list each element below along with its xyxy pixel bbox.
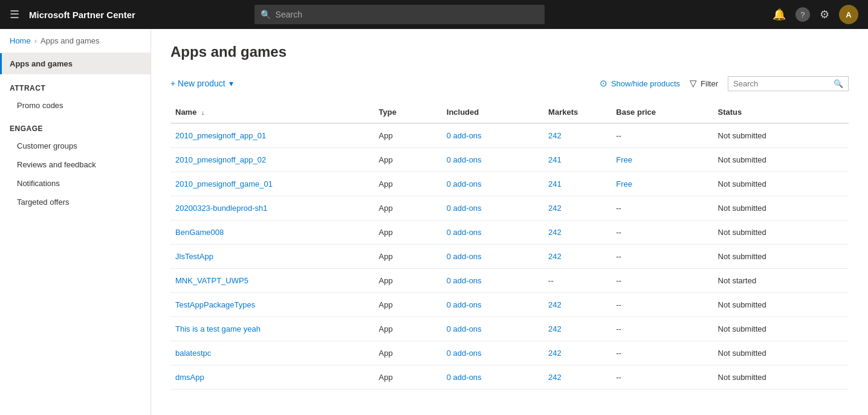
included-link[interactable]: 0 add-ons — [447, 131, 482, 140]
sidebar-item-apps-and-games[interactable]: Apps and games — [0, 53, 151, 74]
cell-type: App — [374, 220, 442, 245]
cell-status: Not submitted — [713, 123, 849, 148]
name-sort-icon: ↓ — [201, 109, 205, 116]
cell-name: 20200323-bundleprod-sh1 — [170, 196, 374, 220]
markets-link[interactable]: 241 — [548, 179, 562, 188]
status-badge: Not submitted — [718, 131, 766, 140]
filter-button[interactable]: ▽ Filter — [690, 78, 718, 89]
product-name-link[interactable]: TestAppPackageTypes — [175, 300, 255, 309]
toolbar-right-group: ⊙ Show/hide products ▽ Filter 🔍 — [600, 76, 849, 91]
markets-link[interactable]: 242 — [548, 324, 562, 333]
product-name-link[interactable]: 2010_pmesignoff_app_02 — [175, 155, 266, 164]
breadcrumb-separator: › — [34, 36, 37, 45]
show-hide-label: Show/hide products — [611, 79, 680, 88]
price-link[interactable]: Free — [616, 179, 632, 188]
table-row: BenGame008 App 0 add-ons 242 -- Not subm… — [170, 220, 849, 245]
markets-link[interactable]: 242 — [548, 252, 562, 261]
user-avatar[interactable]: A — [839, 5, 858, 24]
bell-icon[interactable]: 🔔 — [772, 8, 786, 21]
table-row: 2010_pmesignoff_game_01 App 0 add-ons 24… — [170, 172, 849, 196]
sidebar-item-reviews-feedback[interactable]: Reviews and feedback — [0, 155, 151, 174]
cell-base-price: -- — [611, 220, 713, 245]
cell-included: 0 add-ons — [442, 245, 543, 269]
cell-type: App — [374, 365, 442, 390]
included-link[interactable]: 0 add-ons — [447, 373, 482, 382]
markets-link[interactable]: 241 — [548, 155, 562, 164]
included-link[interactable]: 0 add-ons — [447, 155, 482, 164]
markets-link[interactable]: 242 — [548, 349, 562, 358]
cell-name: 2010_pmesignoff_app_01 — [170, 123, 374, 148]
table-row: TestAppPackageTypes App 0 add-ons 242 --… — [170, 293, 849, 317]
price-value: -- — [616, 373, 621, 382]
new-product-label: + New product — [170, 79, 225, 88]
app-logo: Microsoft Partner Center — [29, 10, 135, 20]
cell-name: 2010_pmesignoff_game_01 — [170, 172, 374, 196]
main-content: Apps and games + New product ▾ ⊙ Show/hi… — [151, 29, 868, 415]
cell-included: 0 add-ons — [442, 293, 543, 317]
product-name-link[interactable]: 2010_pmesignoff_app_01 — [175, 131, 266, 140]
table-row: 2010_pmesignoff_app_02 App 0 add-ons 241… — [170, 148, 849, 172]
breadcrumb-home-link[interactable]: Home — [10, 36, 31, 45]
cell-name: MNK_VATPT_UWP5 — [170, 269, 374, 293]
cell-included: 0 add-ons — [442, 317, 543, 341]
included-link[interactable]: 0 add-ons — [447, 228, 482, 237]
hamburger-menu-button[interactable]: ☰ — [10, 8, 19, 21]
product-search-box[interactable]: 🔍 — [728, 76, 849, 91]
sidebar-item-targeted-offers[interactable]: Targeted offers — [0, 193, 151, 211]
product-name-link[interactable]: BenGame008 — [175, 228, 224, 237]
product-search-input[interactable] — [733, 79, 830, 88]
cell-type: App — [374, 269, 442, 293]
cell-markets: 241 — [543, 148, 611, 172]
markets-link[interactable]: 242 — [548, 131, 562, 140]
product-name-link[interactable]: JlsTestApp — [175, 252, 213, 261]
product-name-link[interactable]: balatestpc — [175, 349, 211, 358]
price-value: -- — [616, 131, 621, 140]
cell-markets: 242 — [543, 220, 611, 245]
status-badge: Not submitted — [718, 252, 766, 261]
col-header-name[interactable]: Name ↓ — [170, 101, 374, 123]
sidebar-item-promo-codes[interactable]: Promo codes — [0, 96, 151, 115]
cell-status: Not submitted — [713, 196, 849, 220]
cell-status: Not submitted — [713, 317, 849, 341]
cell-name: balatestpc — [170, 341, 374, 365]
cell-name: dmsApp — [170, 365, 374, 390]
included-link[interactable]: 0 add-ons — [447, 324, 482, 333]
cell-base-price: -- — [611, 123, 713, 148]
show-hide-products-button[interactable]: ⊙ Show/hide products — [600, 78, 680, 89]
table-row: MNK_VATPT_UWP5 App 0 add-ons -- -- Not s… — [170, 269, 849, 293]
table-row: JlsTestApp App 0 add-ons 242 -- Not subm… — [170, 245, 849, 269]
price-value: -- — [616, 252, 621, 261]
price-value: -- — [616, 300, 621, 309]
product-name-link[interactable]: 2010_pmesignoff_game_01 — [175, 179, 273, 188]
sidebar-item-notifications[interactable]: Notifications — [0, 174, 151, 193]
table-header-row: Name ↓ Type Included Markets Base price … — [170, 101, 849, 123]
help-icon[interactable]: ? — [795, 7, 810, 22]
included-link[interactable]: 0 add-ons — [447, 179, 482, 188]
markets-link[interactable]: 242 — [548, 373, 562, 382]
global-search-box[interactable]: 🔍 — [254, 5, 545, 24]
new-product-button[interactable]: + New product ▾ — [170, 75, 233, 92]
product-name-link[interactable]: 20200323-bundleprod-sh1 — [175, 204, 268, 213]
cell-markets: 242 — [543, 123, 611, 148]
cell-type: App — [374, 317, 442, 341]
included-link[interactable]: 0 add-ons — [447, 276, 482, 285]
markets-link[interactable]: 242 — [548, 300, 562, 309]
product-name-link[interactable]: This is a test game yeah — [175, 324, 261, 333]
sidebar-item-customer-groups[interactable]: Customer groups — [0, 137, 151, 155]
markets-link[interactable]: 242 — [548, 204, 562, 213]
cell-included: 0 add-ons — [442, 148, 543, 172]
price-link[interactable]: Free — [616, 155, 632, 164]
included-link[interactable]: 0 add-ons — [447, 349, 482, 358]
filter-label: Filter — [701, 79, 718, 88]
product-name-link[interactable]: dmsApp — [175, 373, 204, 382]
included-link[interactable]: 0 add-ons — [447, 252, 482, 261]
product-name-link[interactable]: MNK_VATPT_UWP5 — [175, 276, 248, 285]
chevron-down-icon: ▾ — [229, 79, 233, 88]
included-link[interactable]: 0 add-ons — [447, 300, 482, 309]
settings-icon[interactable]: ⚙ — [820, 8, 829, 21]
included-link[interactable]: 0 add-ons — [447, 204, 482, 213]
markets-link[interactable]: 242 — [548, 228, 562, 237]
cell-name: BenGame008 — [170, 220, 374, 245]
cell-status: Not submitted — [713, 148, 849, 172]
global-search-input[interactable] — [276, 10, 539, 19]
